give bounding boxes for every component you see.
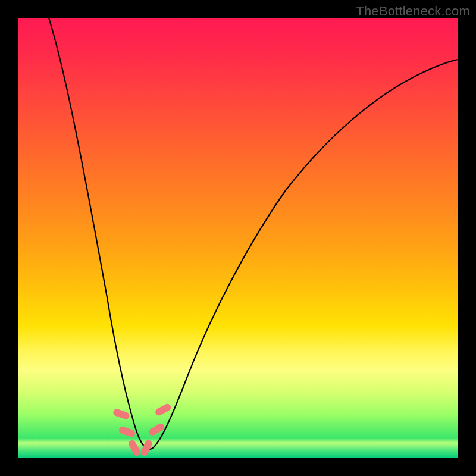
curve-marker-2 [127,439,142,457]
watermark-text: TheBottleneck.com [356,4,470,19]
bottleneck-curve-svg [18,18,458,458]
curve-marker-5 [154,403,172,417]
chart-frame: TheBottleneck.com [0,0,476,476]
marker-group [112,403,173,457]
curve-marker-1 [118,425,136,438]
bottleneck-curve-path [49,18,458,449]
plot-area [18,18,458,458]
curve-marker-0 [112,408,130,421]
